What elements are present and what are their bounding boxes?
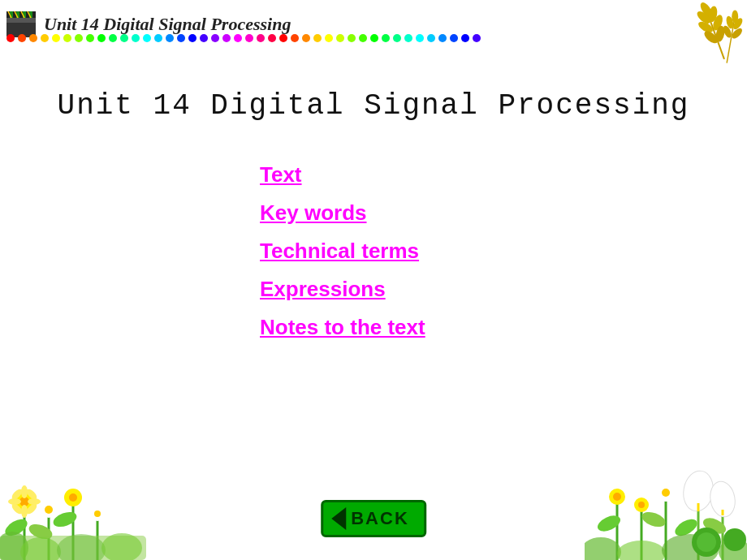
dot	[18, 34, 26, 42]
dot	[97, 34, 106, 42]
dot	[302, 34, 310, 42]
dot	[348, 34, 356, 42]
dot	[461, 34, 469, 42]
svg-rect-7	[32, 11, 36, 18]
dot	[359, 34, 367, 42]
main-title: Unit 14 Digital Signal Processing	[0, 89, 747, 123]
dot	[211, 34, 219, 42]
dot	[63, 34, 71, 42]
dot	[245, 34, 253, 42]
svg-point-60	[640, 509, 667, 529]
dots-row	[6, 34, 481, 42]
dot	[438, 34, 447, 42]
dot	[382, 34, 390, 42]
dot	[370, 34, 378, 42]
svg-point-59	[595, 512, 623, 534]
dot	[52, 34, 60, 42]
back-button[interactable]: BACK	[321, 500, 426, 537]
svg-point-68	[613, 493, 621, 501]
dot	[234, 34, 242, 42]
dot	[177, 34, 185, 42]
dot	[143, 34, 151, 42]
menu-links: TextKey wordsTechnical termsExpressionsN…	[260, 162, 425, 340]
svg-point-72	[662, 489, 670, 497]
dot	[291, 34, 299, 42]
back-label: BACK	[351, 508, 409, 529]
svg-point-70	[638, 502, 645, 508]
key-words-link[interactable]: Key words	[260, 200, 425, 226]
dot	[86, 34, 94, 42]
dot	[268, 34, 276, 42]
dot	[336, 34, 344, 42]
dot	[473, 34, 481, 42]
back-arrow-icon	[331, 507, 346, 530]
dot	[427, 34, 435, 42]
svg-point-40	[94, 510, 101, 517]
wheat-decoration-top-right	[666, 0, 747, 65]
dot	[41, 34, 49, 42]
back-button-container: BACK	[321, 500, 426, 537]
svg-point-38	[69, 493, 77, 502]
dot	[393, 34, 401, 42]
dot	[222, 34, 231, 42]
dot	[416, 34, 424, 42]
dot	[154, 34, 162, 42]
svg-point-78	[697, 532, 716, 552]
flower-decoration-bottom-right	[585, 454, 747, 560]
flower-decoration-bottom-left	[0, 454, 146, 560]
dot	[404, 34, 412, 42]
svg-rect-1	[6, 18, 36, 23]
dot	[450, 34, 458, 42]
technical-terms-link[interactable]: Technical terms	[260, 239, 425, 264]
dot	[188, 34, 196, 42]
dot	[166, 34, 174, 42]
dot	[109, 34, 117, 42]
svg-point-73	[585, 537, 621, 560]
dot	[29, 34, 37, 42]
dot	[279, 34, 287, 42]
dot	[75, 34, 83, 42]
svg-point-36	[45, 506, 53, 514]
dot	[6, 34, 15, 42]
text-link[interactable]: Text	[260, 162, 425, 187]
notes-link[interactable]: Notes to the text	[260, 315, 425, 340]
svg-point-74	[617, 541, 666, 560]
expressions-link[interactable]: Expressions	[260, 277, 425, 302]
header-title: Unit 14 Digital Signal Processing	[44, 14, 291, 35]
dot	[313, 34, 322, 42]
dot	[132, 34, 140, 42]
dot	[200, 34, 208, 42]
dot	[325, 34, 333, 42]
dot	[120, 34, 128, 42]
dot	[257, 34, 265, 42]
svg-point-79	[723, 528, 746, 551]
